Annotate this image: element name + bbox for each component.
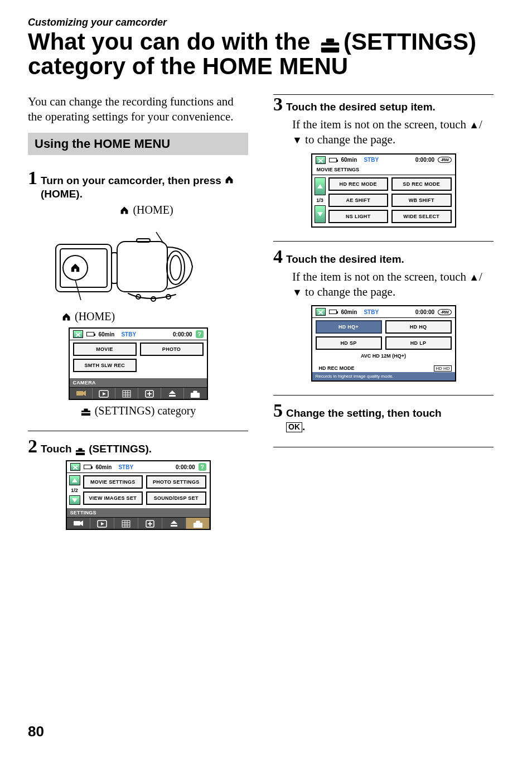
timecode: 0:00:00 <box>173 331 192 337</box>
step1-text-a: Turn on your camcorder, then press <box>41 175 221 186</box>
battery-time: 60min <box>99 331 115 337</box>
svg-rect-17 <box>117 242 167 292</box>
tray-eject-icon[interactable] <box>162 518 186 529</box>
btn-hd-rec-mode[interactable]: HD REC MODE <box>328 177 389 191</box>
step-1: 1 Turn on your camcorder, then press (HO… <box>28 168 248 418</box>
subheading: Using the HOME MENU <box>28 133 248 155</box>
step3-head: Touch the desired setup item. <box>286 97 436 114</box>
triangle-up-icon: ▲ <box>469 272 479 283</box>
close-icon[interactable] <box>70 463 80 471</box>
step-number: 3 <box>273 95 283 114</box>
screen-movie-settings: 60min STBY 0:00:00 -RW MOVIE SETTINGS 1/… <box>311 153 456 228</box>
btn-hd-lp[interactable]: HD LP <box>385 336 452 350</box>
page-title: What you can do with the (SETTINGS) cate… <box>28 30 504 79</box>
page-up-button[interactable] <box>69 475 80 485</box>
btn-ae-shift[interactable]: AE SHIFT <box>328 194 389 207</box>
btn-smth-slw-rec[interactable]: SMTH SLW REC <box>73 359 137 372</box>
step2-text-b: (SETTINGS). <box>89 443 152 455</box>
title-text-c: category of the HOME MENU <box>28 53 348 79</box>
timecode: 0:00:00 <box>415 157 434 163</box>
step4-head: Touch the desired item. <box>286 249 404 266</box>
tray-camera-icon[interactable] <box>70 388 93 399</box>
step-4: 4 Touch the desired item. If the item is… <box>273 241 494 382</box>
tray-grid-icon[interactable] <box>114 518 138 529</box>
btn-movie[interactable]: MOVIE <box>73 343 137 356</box>
step3-body-a: If the item is not on the screen, touch <box>292 118 466 131</box>
tray-plus-icon[interactable] <box>138 388 161 399</box>
btn-hd-sp[interactable]: HD SP <box>316 336 382 350</box>
timecode: 0:00:00 <box>176 464 195 470</box>
category-label: CAMERA <box>70 378 207 387</box>
close-icon[interactable] <box>316 156 326 164</box>
btn-wb-shift[interactable]: WB SHIFT <box>391 194 452 207</box>
btn-photo-settings[interactable]: PHOTO SETTINGS <box>146 475 206 489</box>
tray-toolbox-icon[interactable] <box>184 388 206 399</box>
tray-plus-icon[interactable] <box>138 518 162 529</box>
step5-text-b: . <box>302 421 305 432</box>
btn-sd-rec-mode[interactable]: SD REC MODE <box>391 177 452 191</box>
tray-play-icon[interactable] <box>93 388 115 399</box>
btn-hd-hq-plus[interactable]: HD HQ+ <box>316 320 382 334</box>
battery-icon <box>84 465 91 469</box>
battery-time: 60min <box>96 464 112 470</box>
page-up-button[interactable] <box>315 177 326 195</box>
camcorder-illustration <box>50 222 248 308</box>
screen-subtitle: MOVIE SETTINGS <box>312 166 455 175</box>
step3-body-b: to change the page. <box>305 133 395 146</box>
close-icon[interactable] <box>316 308 326 316</box>
page-down-button[interactable] <box>315 205 326 223</box>
page-indicator: 1/3 <box>315 197 326 203</box>
home-icon <box>119 206 129 215</box>
hd-hd-badge: HD HD <box>434 365 451 372</box>
step4-body-b: to change the page. <box>305 285 395 298</box>
step-number: 4 <box>273 247 283 266</box>
step-number: 1 <box>28 168 37 187</box>
title-text-a: What you can do with the <box>28 28 310 55</box>
page-indicator: 1/2 <box>69 488 80 493</box>
category-label: SETTINGS <box>67 508 210 517</box>
status-stby: STBY <box>364 157 379 163</box>
page-down-button[interactable] <box>69 495 80 505</box>
btn-wide-select[interactable]: WIDE SELECT <box>391 210 452 223</box>
footer-text: Records in highest image quality mode. <box>316 374 394 379</box>
home-label-bottom: (HOME) <box>75 310 115 323</box>
disc-type-icon: -RW <box>438 157 451 163</box>
step1-text-b: (HOME). <box>41 188 83 200</box>
screen-settings-root: 60min STBY 0:00:00 ? 1/2 MOVIE SETTINGS <box>66 460 211 530</box>
section-kicker: Customizing your camcorder <box>28 17 504 28</box>
toolbox-icon <box>75 446 86 456</box>
btn-sound-disp-set[interactable]: SOUND/DISP SET <box>146 491 206 505</box>
help-icon[interactable]: ? <box>196 330 204 338</box>
step-5: 5 Change the setting, then touch OK. <box>273 395 494 433</box>
battery-icon <box>86 332 94 336</box>
btn-ns-light[interactable]: NS LIGHT <box>328 210 389 223</box>
svg-point-19 <box>170 255 181 280</box>
settings-category-label: (SETTINGS) category <box>95 404 196 417</box>
tray-camera-icon[interactable] <box>67 518 91 529</box>
tray-eject-icon[interactable] <box>161 388 184 399</box>
btn-hd-hq[interactable]: HD HQ <box>385 320 452 334</box>
battery-icon <box>329 310 337 314</box>
battery-time: 60min <box>341 309 357 315</box>
battery-icon <box>329 158 337 162</box>
tray-toolbox-icon[interactable] <box>186 518 210 529</box>
btn-photo[interactable]: PHOTO <box>140 343 204 356</box>
close-icon[interactable] <box>73 330 83 338</box>
tray-bar <box>67 517 210 529</box>
rec-mode-title: HD REC MODE <box>316 364 358 372</box>
svg-line-26 <box>75 280 81 300</box>
tray-bar <box>70 387 207 399</box>
toolbox-icon <box>80 406 91 416</box>
tray-play-icon[interactable] <box>90 518 114 529</box>
screen-hd-rec-mode: 60min STBY 0:00:00 -RW HD HQ+ HD HQ HD S… <box>311 305 456 382</box>
help-icon[interactable]: ? <box>199 463 206 471</box>
step-number: 2 <box>28 437 37 456</box>
home-icon <box>61 312 71 321</box>
btn-movie-settings[interactable]: MOVIE SETTINGS <box>83 475 143 489</box>
btn-view-images-set[interactable]: VIEW IMAGES SET <box>83 491 143 505</box>
triangle-down-icon: ▼ <box>292 287 302 298</box>
tray-grid-icon[interactable] <box>115 388 138 399</box>
intro-paragraph: You can change the recording functions a… <box>28 94 248 125</box>
status-stby: STBY <box>364 309 379 315</box>
step5-text-a: Change the setting, then touch <box>286 407 442 419</box>
